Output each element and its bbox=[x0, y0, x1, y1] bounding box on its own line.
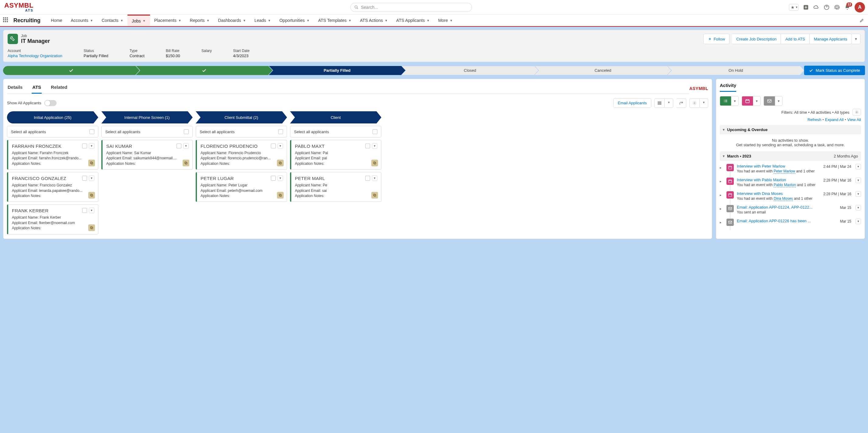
activity-contact-link[interactable]: Pablo Maxton bbox=[774, 183, 796, 187]
user-avatar[interactable]: A bbox=[855, 2, 865, 12]
card-checkbox[interactable] bbox=[271, 143, 276, 148]
copy-icon[interactable] bbox=[277, 160, 284, 166]
more-actions-caret[interactable]: ▼ bbox=[852, 34, 860, 44]
refresh-board-button[interactable] bbox=[676, 99, 686, 108]
applicant-card[interactable]: FRANK KERBER ▼ Applicant Name: Frank Ker… bbox=[7, 204, 98, 234]
timeline-item-menu[interactable]: ▼ bbox=[856, 177, 861, 183]
edit-nav-icon[interactable] bbox=[856, 18, 868, 23]
timeline-expand-chevron[interactable]: ▸ bbox=[720, 177, 723, 187]
card-checkbox[interactable] bbox=[365, 143, 370, 148]
timeline-title-link[interactable]: Interview with Dina Moses bbox=[737, 191, 820, 196]
card-checkbox[interactable] bbox=[271, 176, 276, 180]
copy-icon[interactable] bbox=[88, 224, 95, 231]
nav-dashboards[interactable]: Dashboards▼ bbox=[214, 14, 250, 26]
lane-header[interactable]: Client Submittal (2) bbox=[196, 111, 287, 124]
create-job-description-button[interactable]: Create Job Description bbox=[732, 34, 781, 44]
timeline-item-menu[interactable]: ▼ bbox=[856, 191, 861, 197]
applicant-card[interactable]: PETER LUGAR ▼ Applicant Name: Peter Luga… bbox=[196, 172, 287, 202]
nav-opportunities[interactable]: Opportunities▼ bbox=[275, 14, 314, 26]
path-step-step-1[interactable] bbox=[136, 66, 273, 75]
copy-icon[interactable] bbox=[371, 160, 378, 166]
copy-icon[interactable] bbox=[88, 160, 95, 166]
add-to-ats-button[interactable]: Add to ATS bbox=[781, 34, 810, 44]
timeline-title-link[interactable]: Interview with Peter Marlow bbox=[737, 164, 820, 168]
manage-applicants-button[interactable]: Manage Applicants bbox=[810, 34, 852, 44]
favorites-button[interactable]: ★ ▼ bbox=[789, 4, 799, 11]
activity-contact-link[interactable]: Dina Moses bbox=[774, 196, 793, 201]
select-all-checkbox[interactable] bbox=[90, 129, 94, 134]
upcoming-overdue-header[interactable]: ▾ Upcoming & Overdue bbox=[720, 125, 861, 134]
global-search[interactable]: Search... bbox=[350, 3, 472, 12]
nav-contacts[interactable]: Contacts▼ bbox=[97, 14, 127, 26]
follow-button[interactable]: ＋ Follow bbox=[703, 34, 730, 44]
nav-jobs[interactable]: Jobs▼ bbox=[127, 14, 150, 26]
card-menu-caret[interactable]: ▼ bbox=[89, 175, 94, 181]
new-task-button[interactable]: ▼ bbox=[720, 96, 739, 106]
select-all-checkbox[interactable] bbox=[278, 129, 283, 134]
nav-more[interactable]: More▼ bbox=[434, 14, 457, 26]
path-step-partially-filled[interactable]: Partially Filled bbox=[269, 66, 405, 75]
card-checkbox[interactable] bbox=[82, 176, 87, 180]
card-menu-caret[interactable]: ▼ bbox=[372, 175, 377, 181]
timeline-item-menu[interactable]: ▼ bbox=[856, 164, 861, 169]
month-header[interactable]: ▾ March • 2023 2 Months Ago bbox=[720, 152, 861, 161]
account-link[interactable]: Alpha Technology Organization bbox=[8, 54, 62, 58]
card-menu-caret[interactable]: ▼ bbox=[183, 143, 189, 149]
lane-header[interactable]: Internal Phone Screen (1) bbox=[101, 111, 193, 124]
email-applicants-button[interactable]: Email Applicants bbox=[613, 98, 651, 108]
nav-accounts[interactable]: Accounts▼ bbox=[66, 14, 97, 26]
timeline-expand-chevron[interactable]: ▸ bbox=[720, 191, 723, 201]
lane-header[interactable]: Initial Application (25) bbox=[7, 111, 98, 124]
path-step-step-0[interactable] bbox=[3, 66, 140, 75]
nav-ats-actions[interactable]: ATS Actions▼ bbox=[356, 14, 392, 26]
new-task-caret[interactable]: ▼ bbox=[731, 96, 738, 105]
card-menu-caret[interactable]: ▼ bbox=[278, 175, 283, 181]
select-all-checkbox[interactable] bbox=[184, 129, 189, 134]
new-email-caret[interactable]: ▼ bbox=[775, 96, 782, 105]
nav-reports[interactable]: Reports▼ bbox=[186, 14, 214, 26]
tab-related[interactable]: Related bbox=[50, 83, 68, 94]
activity-contact-link[interactable]: Peter Marlow bbox=[774, 169, 795, 174]
help-icon[interactable] bbox=[824, 4, 830, 10]
card-menu-caret[interactable]: ▼ bbox=[89, 208, 94, 213]
card-checkbox[interactable] bbox=[365, 176, 370, 180]
path-step-canceled[interactable]: Canceled bbox=[535, 66, 672, 75]
nav-ats-applicants[interactable]: ATS Applicants▼ bbox=[392, 14, 434, 26]
show-all-toggle[interactable] bbox=[44, 100, 57, 106]
timeline-title-link[interactable]: Email: Application APP-01226 has been ..… bbox=[737, 219, 837, 223]
copy-icon[interactable] bbox=[183, 160, 189, 166]
nav-placements[interactable]: Placements▼ bbox=[150, 14, 186, 26]
timeline-title-link[interactable]: Email: Application APP-01224, APP-0122..… bbox=[737, 205, 837, 209]
display-columns-button[interactable] bbox=[654, 99, 665, 108]
timeline-expand-chevron[interactable]: ▸ bbox=[720, 219, 723, 226]
applicant-card[interactable]: FLORENCIO PRUDENCIO ▼ Applicant Name: Fl… bbox=[196, 140, 287, 170]
activity-expand-link[interactable]: Expand All bbox=[825, 118, 843, 122]
new-email-button[interactable]: ▼ bbox=[764, 96, 782, 106]
path-step-closed[interactable]: Closed bbox=[402, 66, 538, 75]
nav-ats-templates[interactable]: ATS Templates▼ bbox=[314, 14, 356, 26]
copy-icon[interactable] bbox=[88, 192, 95, 199]
app-launcher[interactable] bbox=[3, 17, 9, 24]
notifications-button[interactable]: 13 bbox=[844, 4, 850, 10]
timeline-expand-chevron[interactable]: ▸ bbox=[720, 205, 723, 214]
applicant-card[interactable]: PABLO MAXT ▼ Applicant Name: Pal Applica… bbox=[290, 140, 381, 170]
settings-icon[interactable] bbox=[834, 4, 840, 10]
select-all-checkbox[interactable] bbox=[373, 129, 377, 134]
activity-filter-settings[interactable] bbox=[852, 109, 861, 115]
timeline-expand-chevron[interactable]: ▸ bbox=[720, 164, 723, 173]
timeline-item-menu[interactable]: ▼ bbox=[856, 205, 861, 210]
card-menu-caret[interactable]: ▼ bbox=[89, 143, 94, 149]
board-settings-button[interactable] bbox=[689, 99, 700, 108]
board-settings-caret[interactable]: ▼ bbox=[700, 99, 708, 108]
card-checkbox[interactable] bbox=[177, 143, 181, 148]
tab-details[interactable]: Details bbox=[7, 83, 23, 94]
card-menu-caret[interactable]: ▼ bbox=[372, 143, 377, 149]
copy-icon[interactable] bbox=[371, 192, 378, 199]
display-columns-caret[interactable]: ▼ bbox=[665, 99, 673, 108]
applicant-card[interactable]: PETER MARL ▼ Applicant Name: Pe Applican… bbox=[290, 172, 381, 202]
tab-ats[interactable]: ATS bbox=[32, 83, 42, 94]
add-button[interactable] bbox=[803, 4, 809, 10]
card-checkbox[interactable] bbox=[82, 143, 87, 148]
applicant-card[interactable]: FRANCISCO GONZALEZ ▼ Applicant Name: Fra… bbox=[7, 172, 98, 202]
timeline-title-link[interactable]: Interview with Pablo Maxton bbox=[737, 177, 820, 182]
